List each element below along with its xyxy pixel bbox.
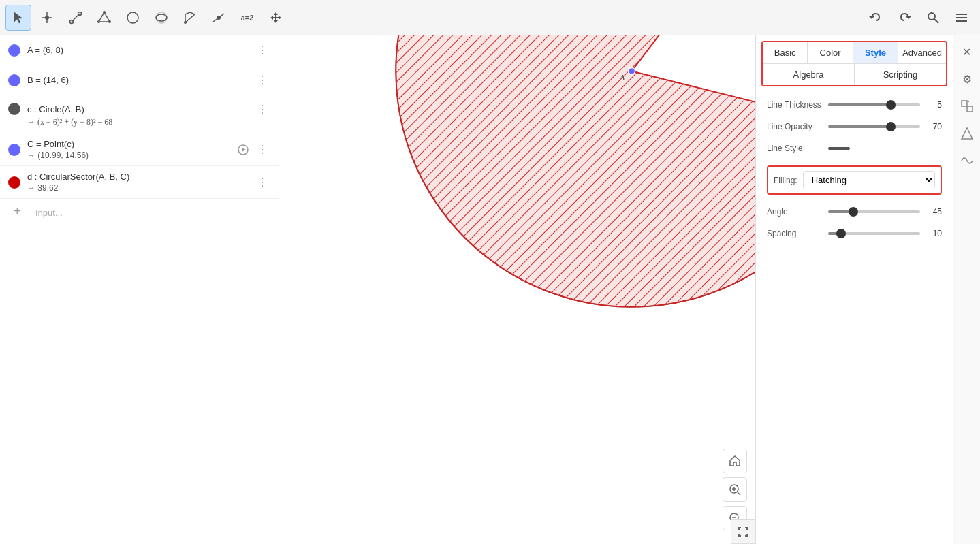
svg-point-16 [217, 16, 221, 20]
algebra-panel: A = (6, 8) ⋮ B = (14, 6) ⋮ c : Circle(A,… [0, 35, 279, 544]
svg-rect-19 [956, 14, 967, 15]
svg-marker-6 [99, 12, 110, 22]
input-row[interactable]: + Input... [0, 199, 279, 226]
point-on-obj-tool[interactable] [206, 5, 232, 31]
geometry-btn[interactable] [956, 123, 978, 144]
line-opacity-value: 70 [926, 122, 942, 131]
circle-dot-c [8, 103, 20, 115]
svg-point-7 [103, 11, 106, 14]
svg-point-11 [156, 14, 167, 21]
item-label-B: B = (14, 6) [27, 75, 254, 85]
item-sub-c: → (x − 6)² + (y − 8)² = 68 [8, 117, 112, 127]
line-opacity-label: Line Opacity [767, 122, 828, 131]
item-menu-btn-c[interactable]: ⋮ [254, 101, 270, 117]
angle-label: Angle [767, 207, 828, 217]
tab-algebra[interactable]: Algebra [763, 64, 855, 85]
canvas-area[interactable] [279, 35, 755, 544]
item-label-A: A = (6, 8) [27, 45, 254, 55]
line-thickness-row: Line Thickness 5 [767, 100, 942, 110]
toolbar-right [863, 5, 975, 31]
point-tool[interactable] [34, 5, 60, 31]
search-btn[interactable] [920, 5, 946, 31]
item-menu-btn-A[interactable]: ⋮ [254, 42, 270, 59]
circle-tool[interactable] [120, 5, 146, 31]
spacing-row: Spacing 10 [767, 229, 942, 238]
polygon-tool[interactable] [91, 5, 117, 31]
list-item[interactable]: c : Circle(A, B) ⋮ → (x − 6)² + (y − 8)²… [0, 95, 279, 133]
line-thickness-label: Line Thickness [767, 100, 828, 110]
list-item[interactable]: A = (6, 8) ⋮ [0, 35, 279, 65]
svg-point-10 [127, 12, 138, 23]
fullscreen-btn[interactable] [731, 519, 755, 544]
item-label-d: d : CircularSector(A, B, C) → 39.62 [27, 172, 254, 193]
cas-btn[interactable] [956, 150, 978, 172]
transform-btn[interactable] [956, 95, 978, 117]
main-area: A = (6, 8) ⋮ B = (14, 6) ⋮ c : Circle(A,… [0, 35, 980, 544]
svg-marker-13 [185, 12, 195, 22]
props-tabs: Basic Color Style Advanced Algebra Scrip… [761, 41, 947, 86]
line-opacity-control: 70 [828, 122, 942, 131]
spacing-value: 10 [926, 229, 942, 238]
spacing-slider[interactable] [828, 232, 920, 235]
angle-slider[interactable] [828, 210, 920, 213]
line-thickness-slider[interactable] [828, 103, 920, 106]
settings-btn[interactable]: ⚙ [956, 68, 978, 90]
tab-advanced[interactable]: Advanced [898, 42, 946, 63]
slider-tool[interactable]: a=2 [234, 5, 260, 31]
input-placeholder: Input... [35, 208, 63, 218]
item-menu-btn-d[interactable]: ⋮ [254, 174, 270, 191]
undo-btn[interactable] [863, 5, 889, 31]
right-side: Basic Color Style Advanced Algebra Scrip… [755, 35, 980, 544]
point-dot-C [8, 144, 20, 156]
svg-marker-34 [962, 128, 973, 139]
tab-color[interactable]: Color [808, 42, 853, 63]
spacing-label: Spacing [767, 229, 828, 238]
item-menu-btn-C[interactable]: ⋮ [254, 142, 270, 158]
svg-rect-21 [956, 20, 967, 22]
line-opacity-slider[interactable] [828, 125, 920, 128]
filling-label: Filling: [774, 176, 797, 185]
line-style-label: Line Style: [767, 144, 828, 153]
line-tool[interactable] [63, 5, 89, 31]
svg-point-14 [184, 21, 187, 24]
line-style-preview [828, 147, 850, 150]
item-menu-btn-B[interactable]: ⋮ [254, 72, 270, 89]
geometry-canvas[interactable] [279, 35, 755, 544]
top-toolbar: a=2 [0, 0, 980, 35]
tab-style[interactable]: Style [853, 42, 898, 63]
svg-line-27 [738, 492, 740, 495]
svg-rect-32 [967, 106, 973, 112]
line-thickness-control: 5 [828, 100, 942, 110]
filling-row: Filling: No Filling Standard Hatching Cr… [767, 165, 942, 195]
pointer-tool[interactable] [5, 5, 31, 31]
sector-dot-d [8, 176, 20, 189]
fullscreen-area [731, 519, 755, 544]
add-input-btn[interactable]: + [14, 204, 30, 221]
props-tabs-row2: Algebra Scripting [763, 64, 946, 85]
list-item[interactable]: d : CircularSector(A, B, C) → 39.62 ⋮ [0, 166, 279, 199]
angle-row: Angle 45 [767, 207, 942, 217]
filling-select[interactable]: No Filling Standard Hatching Crosshatchi… [803, 171, 935, 189]
canvas-controls [723, 449, 747, 530]
right-icon-strip: ✕ ⚙ [953, 35, 980, 544]
props-tabs-row1: Basic Color Style Advanced [763, 42, 946, 64]
angle-control: 45 [828, 207, 942, 217]
close-btn[interactable]: ✕ [956, 41, 978, 63]
item-play-btn-C[interactable] [235, 142, 251, 158]
move-view-tool[interactable] [263, 5, 289, 31]
spacing-control: 10 [828, 229, 942, 238]
line-opacity-row: Line Opacity 70 [767, 122, 942, 131]
home-view-btn[interactable] [723, 449, 747, 473]
conic-tool[interactable] [148, 5, 174, 31]
tab-basic[interactable]: Basic [763, 42, 808, 63]
svg-point-17 [928, 13, 935, 20]
svg-line-18 [934, 19, 938, 23]
zoom-in-btn[interactable] [723, 477, 747, 502]
arc-tool[interactable] [177, 5, 203, 31]
menu-btn[interactable] [949, 5, 975, 31]
list-item[interactable]: B = (14, 6) ⋮ [0, 65, 279, 95]
tab-scripting[interactable]: Scripting [855, 64, 946, 85]
list-item[interactable]: C = Point(c) → (10.99, 14.56) ⋮ [0, 133, 279, 166]
svg-point-8 [108, 20, 111, 23]
redo-btn[interactable] [891, 5, 917, 31]
